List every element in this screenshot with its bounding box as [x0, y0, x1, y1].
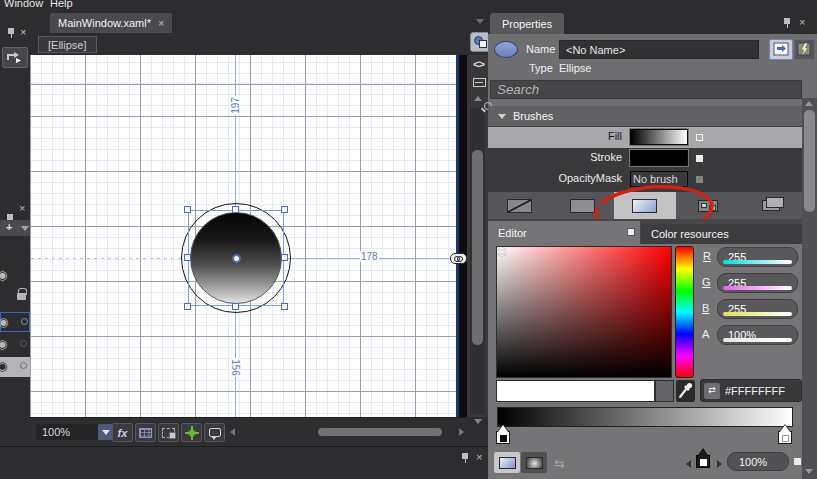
visibility-eye-icon[interactable]: ◉	[0, 338, 7, 350]
annotations-button[interactable]	[204, 423, 225, 442]
gradient-stops-bar[interactable]	[497, 407, 793, 427]
add-icon[interactable]: +	[6, 221, 12, 233]
channel-r-input[interactable]: 255	[717, 247, 798, 267]
object-row-selected[interactable]: ◉	[0, 312, 30, 332]
previous-stop-icon[interactable]	[686, 460, 691, 468]
chevron-down-icon[interactable]	[21, 226, 29, 231]
tab-editor-selected[interactable]: Editor	[488, 221, 640, 244]
record-dot-icon[interactable]	[21, 318, 28, 325]
selection-handle-ne[interactable]	[281, 206, 288, 213]
close-icon[interactable]: ×	[19, 203, 25, 213]
selection-handle-n[interactable]	[232, 206, 239, 213]
record-dot-icon[interactable]	[20, 340, 27, 347]
gradient-brush-tab-selected[interactable]	[614, 192, 677, 219]
vertical-scrollbar-thumb[interactable]	[472, 150, 483, 345]
color-picker-indicator[interactable]	[498, 248, 506, 256]
margin-anchor-chain-icon[interactable]	[450, 253, 467, 264]
reverse-stops-icon[interactable]: ⇆	[554, 456, 565, 471]
next-stop-icon[interactable]	[717, 460, 722, 468]
channel-g-input[interactable]: 255	[717, 273, 798, 293]
brushes-section-header[interactable]: Brushes	[488, 106, 802, 126]
scope-up-button[interactable]	[2, 47, 28, 68]
zoom-level-select[interactable]: 100%	[36, 424, 98, 440]
tile-brush-tab[interactable]	[676, 192, 739, 219]
swap-arrows-icon[interactable]: ⇄	[704, 383, 720, 399]
no-brush-tab[interactable]	[488, 192, 551, 219]
close-icon[interactable]: ×	[476, 452, 482, 462]
close-icon[interactable]: ×	[799, 17, 805, 27]
selection-handle-e[interactable]	[281, 254, 288, 261]
xaml-view-button[interactable]: <>	[473, 58, 484, 70]
record-dot-icon[interactable]	[20, 362, 27, 369]
breadcrumb-ellipse[interactable]: [Ellipse]	[38, 36, 97, 53]
object-row[interactable]: ◉	[0, 335, 30, 355]
offset-property-marker[interactable]	[794, 458, 801, 465]
stop-offset-field[interactable]: 100%	[727, 452, 789, 471]
tab-close-icon[interactable]: ×	[158, 18, 164, 28]
opacitymask-property-marker[interactable]	[696, 176, 703, 183]
hue-slider[interactable]	[675, 246, 694, 378]
pin-icon[interactable]	[7, 28, 16, 38]
scroll-up-icon[interactable]	[805, 101, 813, 106]
horizontal-scrollbar-thumb[interactable]	[318, 428, 442, 436]
visibility-eye-icon[interactable]: ◉	[0, 316, 8, 328]
selection-handle-se[interactable]	[281, 303, 288, 310]
events-view-button[interactable]	[794, 39, 815, 60]
object-row-highlight[interactable]: ◉	[0, 357, 30, 377]
scroll-down-icon[interactable]	[805, 469, 813, 474]
hscroll-right-icon[interactable]	[459, 428, 464, 436]
transform-center-point[interactable]	[232, 254, 241, 263]
hscroll-left-icon[interactable]	[230, 428, 235, 436]
split-view-icon[interactable]	[473, 78, 486, 87]
stroke-swatch[interactable]	[630, 150, 688, 166]
saturation-value-picker[interactable]	[496, 246, 672, 378]
effects-toggle-button[interactable]: fx	[112, 423, 133, 442]
design-view-button[interactable]	[470, 32, 490, 52]
stroke-row[interactable]: Stroke	[488, 148, 802, 169]
gradient-stop-white[interactable]	[778, 431, 792, 444]
menu-window[interactable]: Window	[4, 0, 43, 9]
snap-to-snaplines-button[interactable]	[181, 423, 202, 442]
linear-gradient-button[interactable]	[494, 452, 520, 473]
stroke-property-marker[interactable]	[696, 155, 703, 162]
close-icon[interactable]: ×	[20, 27, 26, 37]
properties-scrollbar-thumb[interactable]	[804, 110, 815, 212]
fill-swatch[interactable]	[630, 129, 688, 145]
lock-icon[interactable]	[17, 293, 26, 300]
visibility-eye-icon[interactable]: ◉	[0, 269, 7, 281]
tab-list-chevron-icon[interactable]	[476, 19, 484, 24]
opacitymask-row[interactable]: OpacityMask No brush	[488, 169, 802, 190]
hex-value-field[interactable]: ⇄ #FFFFFFFF	[700, 379, 802, 402]
eyedropper-button[interactable]	[676, 380, 695, 402]
opacitymask-swatch[interactable]: No brush	[630, 171, 688, 187]
solid-brush-tab[interactable]	[551, 192, 614, 219]
scroll-down-icon[interactable]	[474, 419, 482, 424]
tab-color-resources[interactable]: Color resources	[641, 224, 802, 244]
name-input[interactable]	[559, 40, 759, 59]
selection-handle-s[interactable]	[232, 303, 239, 310]
visibility-eye-icon[interactable]: ◉	[0, 360, 7, 372]
pin-icon[interactable]	[783, 18, 792, 28]
fill-row[interactable]: Fill	[488, 127, 802, 148]
channel-b-input[interactable]: 255	[717, 299, 798, 319]
selection-handle-w[interactable]	[184, 254, 191, 261]
properties-scrollbar[interactable]	[802, 98, 817, 479]
menu-help[interactable]: Help	[50, 0, 73, 9]
scroll-up-icon[interactable]	[474, 96, 482, 101]
snap-to-grid-button[interactable]	[158, 423, 179, 442]
show-gridlines-button[interactable]	[135, 423, 156, 442]
stop-selector[interactable]	[696, 455, 710, 468]
brush-resources-tab[interactable]	[739, 192, 802, 219]
fill-property-marker[interactable]	[696, 134, 703, 141]
channel-a-input[interactable]: 100%	[717, 325, 798, 345]
radial-gradient-button[interactable]	[521, 452, 547, 473]
search-input[interactable]	[490, 80, 802, 99]
properties-view-button[interactable]	[769, 39, 793, 60]
pin-icon[interactable]	[461, 453, 470, 463]
selection-handle-sw[interactable]	[184, 303, 191, 310]
selection-handle-nw[interactable]	[184, 206, 191, 213]
gradient-stop-black-selected[interactable]	[496, 431, 510, 444]
document-tab[interactable]: MainWindow.xaml* ×	[50, 13, 172, 33]
editor-property-marker[interactable]	[627, 228, 635, 236]
properties-tab[interactable]: Properties	[490, 13, 564, 34]
